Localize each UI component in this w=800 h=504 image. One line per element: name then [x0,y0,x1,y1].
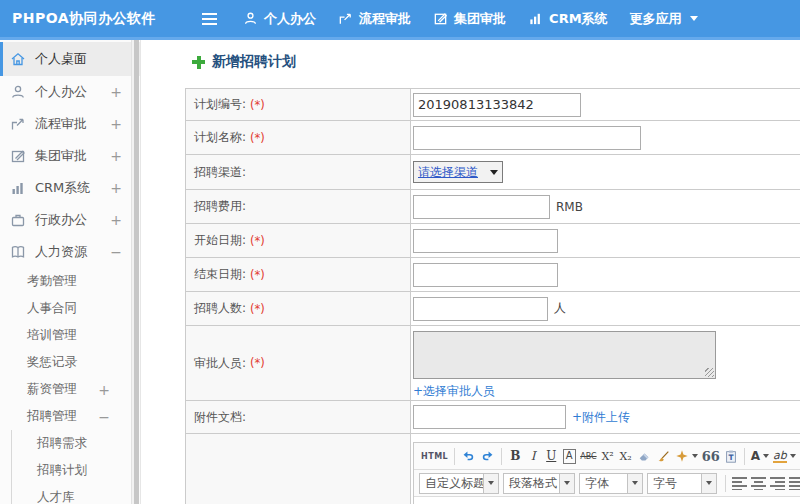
paste-icon[interactable]: T [722,446,740,466]
italic-button[interactable]: I [524,446,542,466]
align-left-icon[interactable] [730,473,749,493]
chart-icon [10,180,27,196]
channel-select[interactable]: 请选择渠道 [413,161,503,183]
sidebar-item-workflow-approval[interactable]: 流程审批 + [0,108,140,140]
scrollbar-thumb[interactable] [134,40,139,504]
home-icon [10,51,27,67]
field-label: 附件文档: [194,409,246,426]
start-date-input[interactable] [413,229,558,253]
sidebar-item-recruit-demand[interactable]: 招聘需求 [12,430,140,457]
flow-icon [10,116,27,132]
user-icon [243,11,258,26]
source-code-button[interactable]: HTML [419,446,450,466]
caret-down-icon [763,454,769,458]
expand-icon[interactable]: + [110,149,122,163]
sidebar-recruitment-group: 招聘需求 招聘计划 人才库 [11,430,140,504]
book-icon [10,244,27,260]
collapse-icon[interactable]: − [110,245,122,259]
field-label: 审批人员: [194,355,246,372]
field-label: 计划名称: [194,129,246,146]
headcount-input[interactable] [413,297,548,321]
required-mark: (*) [250,356,265,370]
nav-more-apps[interactable]: 更多应用 [630,10,698,28]
sidebar-subitem-training[interactable]: 培训管理 [0,322,140,349]
editor-toolbar-row1: HTML B I U A ABC X² [414,443,800,470]
sidebar: 个人桌面 个人办公 + 流程审批 + [0,40,141,504]
form-row-plan-number: 计划编号: (*) [186,89,800,121]
collapse-icon[interactable]: − [98,410,110,424]
eraser-icon[interactable] [635,446,654,466]
sidebar-subitem-rewards[interactable]: 奖惩记录 [0,349,140,376]
autotypeset-button[interactable]: A [563,449,576,464]
sidebar-item-group-approval[interactable]: 集团审批 + [0,140,140,172]
sidebar-subitem-hr-contract[interactable]: 人事合同 [0,295,140,322]
expand-icon[interactable]: + [110,85,122,99]
highlight-color-button[interactable]: ab [771,446,798,466]
add-plus-icon [192,56,205,69]
caret-down-icon [490,170,498,175]
sidebar-subitem-salary[interactable]: 薪资管理 + [0,376,140,403]
menu-hamburger-icon[interactable] [202,13,217,25]
plan-name-input[interactable] [413,126,641,150]
sidebar-scrollbar[interactable] [131,40,139,504]
expand-icon[interactable]: + [98,383,110,397]
editor-content-area[interactable] [414,497,800,504]
briefcase-icon [10,212,27,228]
sidebar-item-recruit-plan[interactable]: 招聘计划 [12,457,140,484]
redo-button[interactable] [478,446,497,466]
attachment-input[interactable] [413,405,566,429]
expand-icon[interactable]: + [110,213,122,227]
underline-button[interactable]: U [542,446,560,466]
rich-text-editor: HTML B I U A ABC X² [413,442,800,504]
expand-icon[interactable]: + [110,117,122,131]
expand-icon[interactable]: + [110,181,122,195]
plan-number-input[interactable] [413,93,581,117]
form-row-plan-name: 计划名称: (*) [186,121,800,155]
editor-toolbar-row2: 自定义标题 段落格式 字体 字号 [414,470,800,497]
sidebar-subitem-recruitment[interactable]: 招聘管理 − [0,403,140,430]
sidebar-item-admin-office[interactable]: 行政办公 + [0,204,140,236]
sidebar-subitem-attendance[interactable]: 考勤管理 [0,268,140,295]
nav-personal-office[interactable]: 个人办公 [243,10,316,28]
nav-workflow-approval[interactable]: 流程审批 [338,10,411,28]
field-label: 招聘人数: [194,300,246,317]
sidebar-item-hr[interactable]: 人力资源 − [0,236,140,268]
end-date-input[interactable] [413,263,558,287]
undo-button[interactable] [459,446,478,466]
user-icon [10,84,27,100]
superscript-button[interactable]: X² [599,446,617,466]
form-row-start-date: 开始日期: (*) [186,224,800,258]
font-color-button[interactable]: A [749,446,771,466]
form-row-end-date: 结束日期: (*) [186,258,800,292]
sidebar-item-talent-pool[interactable]: 人才库 [12,484,140,504]
caret-down-icon [483,474,498,493]
custom-title-combo[interactable]: 自定义标题 [419,473,499,494]
nav-crm-system[interactable]: CRM系统 [528,10,608,28]
cost-input[interactable] [413,195,550,219]
align-justify-icon[interactable] [787,473,800,493]
attachment-upload-link[interactable]: +附件上传 [572,409,630,426]
edit-icon [10,148,27,164]
top-nav: 个人办公 流程审批 集团审批 [243,10,698,28]
blockquote-button[interactable]: 66 [700,446,722,466]
approvers-textarea[interactable] [413,331,716,379]
font-size-combo[interactable]: 字号 [647,473,717,494]
form-row-editor: HTML B I U A ABC X² [186,434,800,504]
form-row-approvers: 审批人员: (*) +选择审批人员 [186,326,800,401]
bold-button[interactable]: B [506,446,524,466]
caret-down-icon [627,474,642,493]
chart-icon [528,11,543,26]
align-right-icon[interactable] [768,473,787,493]
nav-group-approval[interactable]: 集团审批 [433,10,506,28]
font-family-combo[interactable]: 字体 [579,473,643,494]
subscript-button[interactable]: X₂ [617,446,635,466]
align-center-icon[interactable] [749,473,768,493]
format-brush-icon[interactable] [654,446,673,466]
sidebar-item-personal-desktop[interactable]: 个人桌面 [0,42,140,76]
paragraph-format-combo[interactable]: 段落格式 [503,473,575,494]
strikethrough-button[interactable]: ABC [578,446,598,466]
auto-format-icon[interactable] [673,446,700,466]
select-approvers-link[interactable]: +选择审批人员 [413,383,495,400]
sidebar-item-crm[interactable]: CRM系统 + [0,172,140,204]
sidebar-item-personal-office[interactable]: 个人办公 + [0,76,140,108]
